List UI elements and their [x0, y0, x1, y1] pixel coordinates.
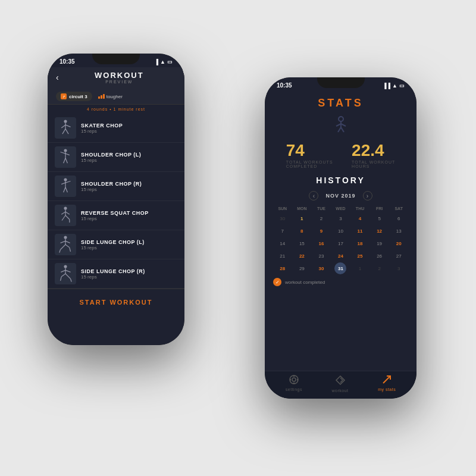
figure-icon-4	[55, 234, 76, 255]
status-time-2: 10:35	[277, 82, 292, 89]
workout-title-block: WORKOUT PREVIEW	[62, 71, 176, 84]
exercise-reps-3: 15 reps	[81, 216, 149, 221]
cal-day-12[interactable]: 12	[374, 225, 386, 237]
exercise-thumb-4	[55, 234, 76, 255]
cal-day-7[interactable]: 7	[277, 225, 289, 237]
cal-day-1[interactable]: 1	[296, 212, 308, 224]
cal-day-15[interactable]: 15	[296, 237, 308, 249]
exercise-reps-2: 15 reps	[81, 187, 142, 192]
svg-line-3	[65, 125, 71, 127]
tab-my-stats[interactable]: my stats	[378, 375, 396, 393]
cal-day-21[interactable]: 21	[277, 250, 289, 262]
cal-day-11[interactable]: 11	[354, 225, 366, 237]
cal-day-18[interactable]: 18	[354, 237, 366, 249]
difficulty-badge: tougher	[98, 94, 123, 99]
cal-next-button[interactable]: ›	[363, 191, 372, 201]
svg-point-6	[64, 149, 67, 152]
exercise-name-4: SIDE LUNGE CHOP (L)	[81, 239, 145, 245]
start-workout-section[interactable]: START WORKOUT	[48, 289, 184, 314]
total-hours-number: 22.4	[352, 142, 395, 159]
exercise-info-0: SKATER CHOP 15 reps	[81, 123, 123, 134]
stat-workouts: 74 TOTAL WORKOUTSCOMPLETED	[286, 142, 333, 168]
svg-line-31	[65, 245, 70, 248]
cal-day-8[interactable]: 8	[296, 225, 308, 237]
calendar-grid: SUN MON TUE WED THU FRI SAT 30 1 2 3 4 5	[273, 205, 408, 274]
wifi-icon-2: ▲	[392, 83, 397, 89]
cal-day-4[interactable]: 4	[354, 212, 366, 224]
svg-point-33	[64, 265, 67, 268]
cal-day-29[interactable]: 29	[296, 262, 308, 274]
cal-header-thu: THU	[350, 205, 369, 212]
svg-line-43	[336, 124, 341, 126]
bar-1	[98, 96, 100, 99]
cal-day-6[interactable]: 6	[393, 212, 405, 224]
cal-day-31[interactable]: 31	[334, 262, 346, 274]
cal-day-22[interactable]: 22	[296, 250, 308, 262]
cal-day-24[interactable]: 24	[334, 250, 346, 262]
svg-rect-47	[293, 375, 295, 377]
svg-point-0	[64, 120, 67, 123]
cal-header-sun: SUN	[273, 205, 292, 212]
exercise-thumb-5	[55, 263, 76, 284]
cal-day-17[interactable]: 17	[334, 237, 346, 249]
cal-day-28[interactable]: 28	[277, 262, 289, 274]
cal-day-30[interactable]: 30	[315, 262, 327, 274]
exercise-reps-1: 15 reps	[81, 158, 141, 163]
svg-line-32	[70, 248, 71, 252]
svg-point-12	[64, 178, 67, 181]
cal-day-9[interactable]: 9	[315, 225, 327, 237]
svg-line-36	[65, 270, 71, 272]
cal-day-26[interactable]: 26	[374, 250, 386, 262]
exercise-thumb-0	[55, 117, 76, 139]
cal-day-25[interactable]: 25	[354, 250, 366, 262]
exercise-list: SKATER CHOP 15 reps	[48, 114, 184, 289]
rounds-text: 4 rounds	[87, 107, 108, 111]
svg-line-5	[65, 129, 68, 134]
exercise-item-3: REVERSE SQUAT CHOP 15 reps	[48, 201, 184, 230]
rounds-info: 4 rounds • 1 minute rest	[48, 105, 184, 114]
exercise-thumb-1	[55, 146, 76, 168]
svg-line-45	[338, 127, 341, 132]
cal-header-fri: FRI	[370, 205, 389, 212]
cal-day-23[interactable]: 23	[315, 250, 327, 262]
status-icons-1: ▐ ▲ ▭	[155, 59, 173, 65]
cal-day-10[interactable]: 10	[334, 225, 346, 237]
bar-2	[101, 95, 102, 99]
svg-point-25	[64, 236, 67, 239]
cal-day-3[interactable]: 3	[334, 212, 346, 224]
cal-day-20[interactable]: 20	[393, 237, 405, 249]
tab-settings[interactable]: settings	[286, 375, 302, 393]
back-arrow[interactable]: ‹	[56, 73, 59, 82]
signal-icon: ▐	[155, 59, 158, 65]
exercise-item-0: SKATER CHOP 15 reps	[48, 114, 184, 143]
figure-icon-1	[55, 147, 76, 167]
tab-workout[interactable]: workout	[332, 375, 349, 393]
workout-title: WORKOUT	[62, 71, 176, 80]
cal-day-19[interactable]: 19	[374, 237, 386, 249]
svg-line-8	[61, 152, 66, 154]
cal-day-27[interactable]: 27	[393, 250, 405, 262]
phone-workout: 10:35 ▐ ▲ ▭ ‹ WORKOUT PREVIEW ↱ c	[48, 54, 184, 345]
cal-day-5[interactable]: 5	[374, 212, 386, 224]
total-hours-label: TOTAL WORKOUTHOURS	[352, 160, 395, 168]
stat-hours: 22.4 TOTAL WORKOUTHOURS	[352, 142, 395, 168]
cal-day-16[interactable]: 16	[315, 237, 327, 249]
cal-day-14[interactable]: 14	[277, 237, 289, 249]
svg-line-37	[61, 274, 65, 277]
workout-header: ‹ WORKOUT PREVIEW	[48, 67, 184, 89]
start-workout-button[interactable]: START WORKOUT	[80, 299, 153, 306]
cal-prev-button[interactable]: ‹	[309, 191, 318, 201]
exercise-name-5: SIDE LUNGE CHOP (R)	[81, 268, 145, 274]
workout-icon	[335, 375, 346, 387]
battery-icon: ▭	[167, 59, 173, 65]
exercise-info-3: REVERSE SQUAT CHOP 15 reps	[81, 210, 149, 221]
cal-day-13[interactable]: 13	[393, 225, 405, 237]
svg-line-23	[65, 215, 70, 220]
svg-line-28	[65, 241, 70, 243]
cal-day-3next: 3	[393, 262, 405, 274]
svg-rect-49	[290, 379, 291, 381]
exercise-item-1: SHOULDER CHOP (L) 15 reps	[48, 143, 184, 172]
cal-day-2[interactable]: 2	[315, 212, 327, 224]
notch-1	[92, 54, 140, 64]
svg-point-41	[339, 117, 343, 121]
